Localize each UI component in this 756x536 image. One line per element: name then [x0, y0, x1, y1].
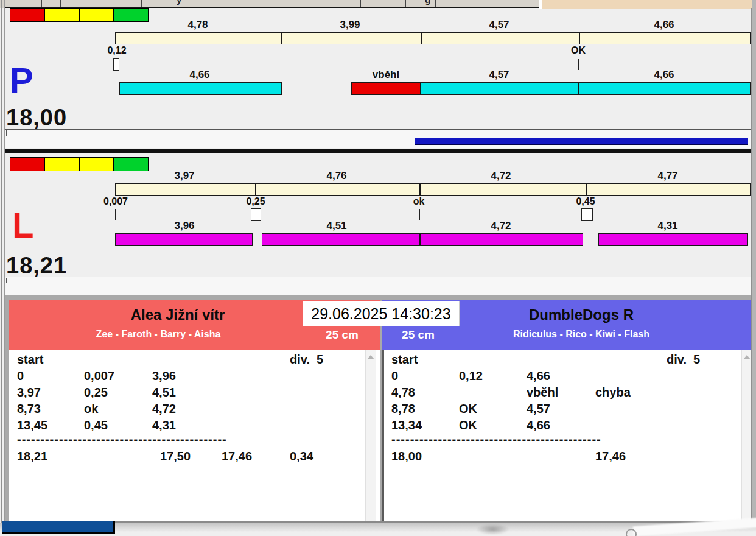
lane-total-l: 18,21 [6, 254, 67, 277]
dog-time-label: 4,66 [654, 69, 674, 81]
team-name: DumbleDogs R [529, 306, 634, 323]
changeover-box [581, 208, 593, 221]
dog-time-label: 4,57 [489, 69, 509, 81]
table-total-cell: 0,34 [290, 450, 313, 464]
light-green-icon [114, 8, 149, 22]
table-cell: vběhl [527, 386, 558, 400]
split-time-label: 4,78 [187, 19, 208, 31]
split-divider [421, 33, 422, 44]
table-cell: 0 [391, 369, 398, 383]
result-table-left[interactable]: start div. 5 0 0,007 3,96 3,97 0,25 4,51… [9, 350, 380, 522]
split-divider [579, 33, 580, 44]
changeover-tick [419, 209, 420, 220]
table-start-label: start [17, 353, 43, 367]
split-time-label: 3,97 [174, 170, 194, 182]
toolbar-text-fragment: y [177, 0, 181, 5]
table-division-label: div. 5 [290, 353, 323, 367]
split-divider [586, 184, 587, 195]
dog-time-label: 4,51 [326, 220, 346, 232]
light-red-icon [10, 8, 44, 22]
scroll-up-icon[interactable] [367, 355, 374, 359]
table-cell: OK [459, 402, 477, 416]
table-cell: 13,45 [17, 418, 47, 432]
table-cell: 4,31 [152, 418, 176, 432]
dog-bar-segment [119, 82, 282, 95]
window-right-edge-inner [751, 8, 752, 523]
table-separator: ----------------------------------------… [17, 432, 227, 446]
progress-row-l [5, 277, 752, 295]
light-yellow-icon [44, 8, 79, 22]
table-cell: 4,51 [152, 386, 176, 400]
row-tick [6, 130, 7, 136]
split-time-label: 3,99 [340, 19, 360, 31]
timing-app-window: y g 4,78 3,99 4,57 4,66 0,12 OK P 4,66 v… [0, 0, 756, 536]
changeover-label: 0,007 [103, 196, 128, 207]
light-yellow-icon [44, 157, 79, 171]
table-cell: 8,73 [17, 402, 41, 416]
dog-time-label: 4,31 [657, 220, 677, 232]
window-right-edge [752, 0, 756, 523]
split-time-label: 4,57 [489, 19, 509, 31]
footer-photo-ring [626, 529, 637, 536]
table-cell: 4,66 [527, 418, 550, 432]
split-time-bar-l [115, 183, 751, 196]
table-cell: OK [459, 418, 477, 432]
changeover-label: ok [413, 196, 425, 207]
split-time-label: 4,72 [491, 170, 511, 182]
table-cell: 3,96 [152, 369, 176, 383]
table-cell: 0,12 [459, 369, 483, 383]
changeover-box [113, 58, 119, 71]
table-cell: ok [84, 402, 98, 416]
team-dogs: Zee - Faroth - Barry - Aisha [96, 329, 221, 340]
split-time-label: 4,66 [654, 19, 674, 31]
table-total-cell: 17,46 [222, 450, 252, 464]
dog-fault-label: vběhl [373, 69, 399, 81]
datetime-box: 29.06.2025 14:30:23 [303, 301, 460, 326]
team-height: 25 cm [326, 328, 359, 342]
light-red-icon [10, 157, 44, 171]
progress-bar-p [415, 138, 748, 145]
changeover-tick [578, 59, 579, 70]
table-start-label: start [391, 353, 418, 367]
dog-bar-divider [419, 234, 421, 245]
changeover-label: 0,12 [107, 45, 126, 56]
changeover-label: 0,25 [246, 196, 265, 207]
table-cell: 3,97 [17, 386, 41, 400]
changeover-box [251, 208, 261, 221]
lane-letter-p: P [10, 66, 33, 95]
light-yellow-icon [79, 8, 114, 22]
table-cell: 8,78 [391, 402, 415, 416]
window-left-edge-inner [4, 0, 5, 523]
footer-button[interactable] [2, 521, 115, 534]
dog-time-label: 4,66 [189, 69, 209, 81]
start-lights-p [10, 8, 149, 22]
table-cell: 0,45 [84, 418, 108, 432]
result-table-right[interactable]: start div. 5 0 0,12 4,66 4,78 vběhl chyb… [382, 350, 752, 522]
dog-bar-segment [420, 82, 579, 95]
table-cell: 0 [17, 369, 24, 383]
team-name: Alea Jižní vítr [131, 306, 225, 323]
dog-bar-fault-segment [351, 82, 421, 95]
footer-photo-smudge [476, 524, 509, 535]
lane-letter-l: L [12, 211, 33, 240]
dog-bar-segment [598, 233, 748, 246]
table-cell: 0,25 [84, 386, 108, 400]
table-total-cell: 18,00 [391, 450, 422, 464]
split-time-bar-p [115, 32, 751, 44]
scroll-up-icon[interactable] [743, 355, 751, 359]
changeover-tick [115, 209, 116, 220]
toolbar-text-fragment: g [425, 0, 430, 5]
table-total-cell: 17,46 [595, 450, 626, 464]
lane-divider [5, 149, 752, 153]
light-yellow-icon [79, 157, 114, 171]
split-divider [281, 33, 282, 44]
table-division-label: div. 5 [667, 353, 700, 367]
table-cell: 13,34 [391, 418, 422, 432]
table-scrollbar[interactable] [365, 350, 376, 521]
light-green-icon [114, 157, 149, 171]
table-cell: 4,72 [152, 402, 176, 416]
dog-bar-segment [578, 82, 751, 95]
dog-bar-segment [262, 233, 583, 246]
table-separator: ----------------------------------------… [391, 432, 601, 446]
dog-time-label: 4,72 [491, 220, 511, 232]
